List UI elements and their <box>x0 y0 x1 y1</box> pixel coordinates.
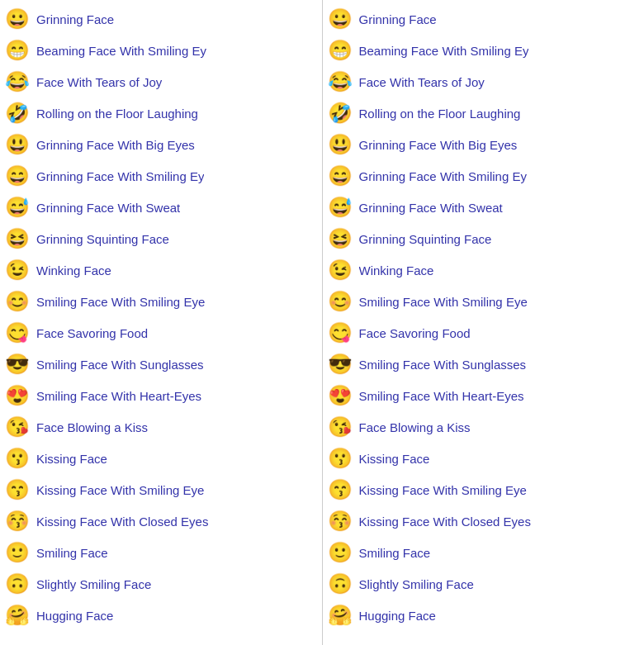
list-item[interactable]: 😉Winking Face <box>5 254 317 286</box>
list-item[interactable]: 😃Grinning Face With Big Eyes <box>5 129 317 160</box>
list-item[interactable]: 😁Beaming Face With Smiling Ey <box>328 35 640 66</box>
emoji-icon: 😃 <box>5 133 30 156</box>
list-item[interactable]: 🤣Rolling on the Floor Laughing <box>328 97 640 129</box>
list-item[interactable]: 🤣Rolling on the Floor Laughing <box>5 97 317 129</box>
emoji-icon: 🙂 <box>328 541 353 564</box>
emoji-label: Grinning Squinting Face <box>36 232 169 246</box>
list-item[interactable]: 😃Grinning Face With Big Eyes <box>328 129 640 160</box>
emoji-icon: 🤗 <box>5 604 30 627</box>
list-item[interactable]: 😋Face Savoring Food <box>328 317 640 349</box>
emoji-label: Grinning Face With Sweat <box>359 201 503 215</box>
emoji-icon: 🤣 <box>5 102 30 125</box>
list-item[interactable]: 😄Grinning Face With Smiling Ey <box>5 160 317 192</box>
emoji-icon: 😊 <box>5 290 30 313</box>
emoji-label: Face Blowing a Kiss <box>359 420 471 434</box>
emoji-label: Face With Tears of Joy <box>359 75 485 89</box>
list-item[interactable]: 😎Smiling Face With Sunglasses <box>328 349 640 380</box>
main-container: 😀Grinning Face😁Beaming Face With Smiling… <box>0 0 644 645</box>
emoji-label: Face Blowing a Kiss <box>36 420 148 434</box>
list-item[interactable]: 😊Smiling Face With Smiling Eye <box>328 286 640 317</box>
emoji-icon: 😁 <box>328 39 353 62</box>
emoji-icon: 🙃 <box>5 572 30 595</box>
list-item[interactable]: 😍Smiling Face With Heart-Eyes <box>328 380 640 411</box>
emoji-label: Grinning Face With Big Eyes <box>36 138 195 152</box>
list-item[interactable]: 😀Grinning Face <box>328 3 640 35</box>
emoji-label: Grinning Face <box>359 12 437 26</box>
emoji-icon: 😉 <box>328 258 353 282</box>
emoji-icon: 😚 <box>328 510 353 533</box>
column-right: 😀Grinning Face😁Beaming Face With Smiling… <box>323 0 645 645</box>
emoji-icon: 😀 <box>328 7 353 31</box>
emoji-label: Slightly Smiling Face <box>359 577 474 591</box>
emoji-icon: 😘 <box>5 415 30 439</box>
emoji-icon: 😉 <box>5 258 30 282</box>
emoji-icon: 😚 <box>5 510 30 533</box>
emoji-label: Hugging Face <box>359 609 436 623</box>
list-item[interactable]: 🙃Slightly Smiling Face <box>5 568 317 600</box>
emoji-label: Kissing Face With Smiling Eye <box>359 483 527 497</box>
emoji-icon: 🤣 <box>328 102 353 125</box>
emoji-label: Smiling Face With Heart-Eyes <box>36 389 201 403</box>
list-item[interactable]: 😄Grinning Face With Smiling Ey <box>328 160 640 192</box>
list-item[interactable]: 😗Kissing Face <box>328 443 640 474</box>
emoji-label: Grinning Face With Big Eyes <box>359 138 518 152</box>
list-item[interactable]: 😊Smiling Face With Smiling Eye <box>5 286 317 317</box>
emoji-icon: 🙂 <box>5 541 30 564</box>
column-left: 😀Grinning Face😁Beaming Face With Smiling… <box>0 0 323 645</box>
list-item[interactable]: 🤗Hugging Face <box>5 600 317 631</box>
emoji-icon: 😅 <box>328 196 353 219</box>
emoji-label: Face With Tears of Joy <box>36 75 162 89</box>
emoji-label: Slightly Smiling Face <box>36 577 151 591</box>
emoji-icon: 😂 <box>5 70 30 93</box>
list-item[interactable]: 😙Kissing Face With Smiling Eye <box>328 474 640 505</box>
list-item[interactable]: 😙Kissing Face With Smiling Eye <box>5 474 317 505</box>
list-item[interactable]: 😅Grinning Face With Sweat <box>328 192 640 223</box>
emoji-label: Beaming Face With Smiling Ey <box>359 44 529 58</box>
emoji-icon: 😅 <box>5 196 30 219</box>
list-item[interactable]: 😚Kissing Face With Closed Eyes <box>5 505 317 537</box>
list-item[interactable]: 😂Face With Tears of Joy <box>328 66 640 97</box>
emoji-icon: 😂 <box>328 70 353 93</box>
emoji-icon: 😗 <box>5 447 30 470</box>
list-item[interactable]: 🙃Slightly Smiling Face <box>328 568 640 600</box>
emoji-icon: 😀 <box>5 7 30 31</box>
list-item[interactable]: 😋Face Savoring Food <box>5 317 317 349</box>
emoji-label: Smiling Face <box>36 546 108 560</box>
list-item[interactable]: 😂Face With Tears of Joy <box>5 66 317 97</box>
emoji-icon: 😄 <box>5 164 30 187</box>
list-item[interactable]: 😍Smiling Face With Heart-Eyes <box>5 380 317 411</box>
list-item[interactable]: 😗Kissing Face <box>5 443 317 474</box>
emoji-label: Beaming Face With Smiling Ey <box>36 44 206 58</box>
list-item[interactable]: 😘Face Blowing a Kiss <box>5 411 317 443</box>
emoji-label: Smiling Face With Heart-Eyes <box>359 389 524 403</box>
emoji-label: Kissing Face <box>359 452 430 466</box>
list-item[interactable]: 😀Grinning Face <box>5 3 317 35</box>
emoji-icon: 😙 <box>5 478 30 501</box>
emoji-icon: 😎 <box>328 353 353 376</box>
emoji-label: Winking Face <box>359 263 434 277</box>
emoji-label: Grinning Face With Sweat <box>36 201 180 215</box>
list-item[interactable]: 🤗Hugging Face <box>328 600 640 631</box>
list-item[interactable]: 😆Grinning Squinting Face <box>5 223 317 254</box>
list-item[interactable]: 😁Beaming Face With Smiling Ey <box>5 35 317 66</box>
list-item[interactable]: 🙂Smiling Face <box>5 537 317 568</box>
list-item[interactable]: 😚Kissing Face With Closed Eyes <box>328 505 640 537</box>
emoji-icon: 😍 <box>5 384 30 407</box>
emoji-label: Face Savoring Food <box>36 326 148 340</box>
list-item[interactable]: 😅Grinning Face With Sweat <box>5 192 317 223</box>
emoji-icon: 😃 <box>328 133 353 156</box>
emoji-icon: 🙃 <box>328 572 353 595</box>
emoji-label: Kissing Face With Closed Eyes <box>36 515 208 529</box>
emoji-icon: 😋 <box>328 321 353 344</box>
emoji-label: Smiling Face <box>359 546 431 560</box>
emoji-label: Smiling Face With Sunglasses <box>36 358 204 372</box>
list-item[interactable]: 😘Face Blowing a Kiss <box>328 411 640 443</box>
emoji-label: Grinning Face With Smiling Ey <box>36 169 204 183</box>
list-item[interactable]: 😆Grinning Squinting Face <box>328 223 640 254</box>
list-item[interactable]: 😉Winking Face <box>328 254 640 286</box>
list-item[interactable]: 🙂Smiling Face <box>328 537 640 568</box>
emoji-label: Hugging Face <box>36 609 113 623</box>
emoji-icon: 😁 <box>5 39 30 62</box>
list-item[interactable]: 😎Smiling Face With Sunglasses <box>5 349 317 380</box>
emoji-label: Smiling Face With Smiling Eye <box>359 295 528 309</box>
